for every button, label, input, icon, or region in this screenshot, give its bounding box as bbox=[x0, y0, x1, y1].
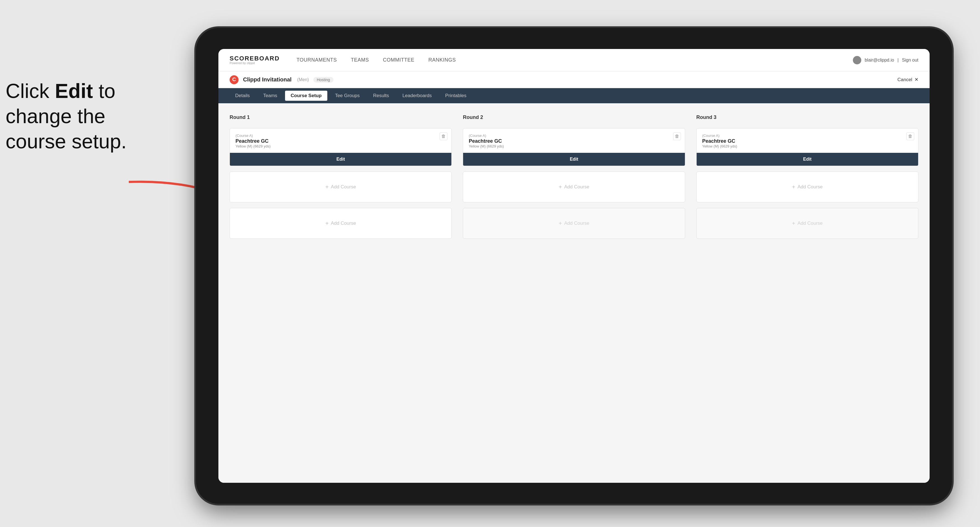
logo-sub: Powered by clippd bbox=[230, 62, 280, 65]
round-1-add-course-label-1: Add Course bbox=[331, 184, 356, 190]
cancel-x-icon: ✕ bbox=[915, 77, 918, 83]
main-content: Round 1 🗑 (Course A) Peachtree GC Yellow… bbox=[218, 103, 930, 483]
tab-details[interactable]: Details bbox=[230, 90, 255, 101]
logo-scoreboard: SCOREBOARD bbox=[230, 56, 280, 62]
round-3-add-course-2: + Add Course bbox=[696, 208, 918, 239]
round-2-course-tag: (Course A) bbox=[469, 133, 679, 138]
separator: | bbox=[897, 58, 899, 63]
tablet-screen: SCOREBOARD Powered by clippd TOURNAMENTS… bbox=[218, 49, 930, 483]
plus-icon-4: + bbox=[558, 220, 562, 227]
round-2-edit-button[interactable]: Edit bbox=[463, 153, 685, 166]
tab-tee-groups[interactable]: Tee Groups bbox=[329, 90, 365, 101]
round-2-column: Round 2 🗑 (Course A) Peachtree GC Yellow… bbox=[463, 114, 685, 239]
round-3-course-card: 🗑 (Course A) Peachtree GC Yellow (M) (66… bbox=[696, 128, 918, 166]
tab-leaderboards[interactable]: Leaderboards bbox=[397, 90, 438, 101]
plus-icon-3: + bbox=[558, 184, 562, 190]
round-3-add-course-label-1: Add Course bbox=[797, 184, 822, 190]
round-2-course-tee: Yellow (M) (6629 yds) bbox=[469, 144, 679, 148]
instruction-text: Click Edit tochange thecourse setup. bbox=[6, 78, 168, 154]
round-1-add-course-1[interactable]: + Add Course bbox=[230, 171, 452, 202]
tournament-gender: (Men) bbox=[297, 77, 309, 82]
round-1-course-tee: Yellow (M) (6629 yds) bbox=[235, 144, 446, 148]
round-3-add-course-1[interactable]: + Add Course bbox=[696, 171, 918, 202]
nav-right: blair@clippd.io | Sign out bbox=[853, 56, 918, 64]
tab-teams[interactable]: Teams bbox=[258, 90, 283, 101]
tab-results[interactable]: Results bbox=[368, 90, 395, 101]
round-2-delete-icon[interactable]: 🗑 bbox=[673, 132, 681, 140]
logo-area: SCOREBOARD Powered by clippd bbox=[230, 56, 280, 65]
round-3-course-tee: Yellow (M) (6629 yds) bbox=[702, 144, 913, 148]
nav-teams[interactable]: TEAMS bbox=[351, 57, 369, 63]
round-3-course-tag: (Course A) bbox=[702, 133, 913, 138]
round-3-course-name: Peachtree GC bbox=[702, 138, 913, 144]
top-nav: SCOREBOARD Powered by clippd TOURNAMENTS… bbox=[218, 49, 930, 71]
round-2-course-card: 🗑 (Course A) Peachtree GC Yellow (M) (66… bbox=[463, 128, 685, 166]
round-1-label: Round 1 bbox=[230, 114, 452, 121]
rounds-container: Round 1 🗑 (Course A) Peachtree GC Yellow… bbox=[230, 114, 918, 239]
user-avatar bbox=[853, 56, 861, 64]
round-1-course-name: Peachtree GC bbox=[235, 138, 446, 144]
nav-tournaments[interactable]: TOURNAMENTS bbox=[296, 57, 337, 63]
round-2-label: Round 2 bbox=[463, 114, 685, 121]
sub-header: C Clippd Invitational (Men) Hosting Canc… bbox=[218, 71, 930, 88]
plus-icon-5: + bbox=[792, 184, 795, 190]
tablet-frame: SCOREBOARD Powered by clippd TOURNAMENTS… bbox=[196, 28, 952, 504]
round-3-label: Round 3 bbox=[696, 114, 918, 121]
round-2-add-course-label-1: Add Course bbox=[564, 184, 589, 190]
hosting-badge: Hosting bbox=[313, 77, 333, 83]
round-2-add-course-label-2: Add Course bbox=[564, 221, 589, 226]
plus-icon-6: + bbox=[792, 220, 795, 227]
round-1-delete-icon[interactable]: 🗑 bbox=[440, 132, 447, 140]
clippd-logo: C bbox=[230, 75, 239, 84]
round-1-edit-button[interactable]: Edit bbox=[230, 153, 451, 166]
sub-header-left: C Clippd Invitational (Men) Hosting bbox=[230, 75, 334, 84]
tournament-name: Clippd Invitational bbox=[243, 76, 291, 83]
round-2-add-course-1[interactable]: + Add Course bbox=[463, 171, 685, 202]
round-2-add-course-2: + Add Course bbox=[463, 208, 685, 239]
round-3-add-course-label-2: Add Course bbox=[797, 221, 822, 226]
cancel-button[interactable]: Cancel ✕ bbox=[897, 77, 918, 83]
round-2-course-name: Peachtree GC bbox=[469, 138, 679, 144]
tab-course-setup[interactable]: Course Setup bbox=[285, 90, 327, 101]
round-3-column: Round 3 🗑 (Course A) Peachtree GC Yellow… bbox=[696, 114, 918, 239]
round-1-add-course-2[interactable]: + Add Course bbox=[230, 208, 452, 239]
nav-links: TOURNAMENTS TEAMS COMMITTEE RANKINGS bbox=[296, 57, 836, 63]
plus-icon-2: + bbox=[325, 220, 329, 227]
round-1-course-tag: (Course A) bbox=[235, 133, 446, 138]
sign-out-link[interactable]: Sign out bbox=[902, 58, 918, 63]
round-1-column: Round 1 🗑 (Course A) Peachtree GC Yellow… bbox=[230, 114, 452, 239]
nav-committee[interactable]: COMMITTEE bbox=[383, 57, 415, 63]
round-1-add-course-label-2: Add Course bbox=[331, 221, 356, 226]
user-email: blair@clippd.io bbox=[865, 58, 894, 63]
round-1-course-card: 🗑 (Course A) Peachtree GC Yellow (M) (66… bbox=[230, 128, 452, 166]
tab-printables[interactable]: Printables bbox=[440, 90, 472, 101]
plus-icon-1: + bbox=[325, 184, 329, 190]
tab-bar: Details Teams Course Setup Tee Groups Re… bbox=[218, 88, 930, 103]
round-3-delete-icon[interactable]: 🗑 bbox=[906, 132, 914, 140]
round-3-edit-button[interactable]: Edit bbox=[697, 153, 918, 166]
nav-rankings[interactable]: RANKINGS bbox=[428, 57, 456, 63]
